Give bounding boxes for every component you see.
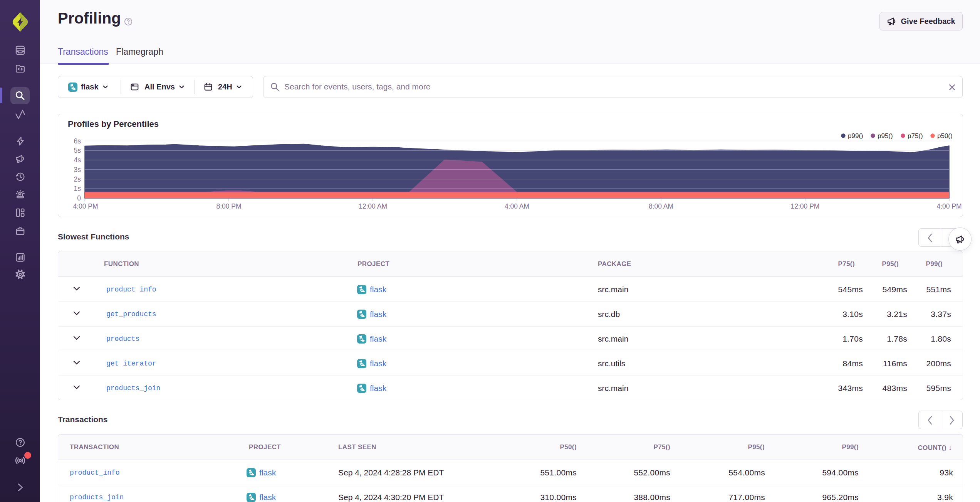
- svg-text:2s: 2s: [74, 175, 81, 183]
- svg-text:3s: 3s: [74, 166, 81, 174]
- svg-text:5s: 5s: [74, 147, 81, 154]
- svg-text:8:00 PM: 8:00 PM: [216, 202, 241, 210]
- svg-text:0: 0: [77, 194, 81, 202]
- svg-text:1s: 1s: [74, 185, 81, 192]
- svg-text:12:00 PM: 12:00 PM: [791, 202, 820, 210]
- svg-text:p99(): p99(): [848, 132, 863, 140]
- svg-text:4s: 4s: [74, 156, 81, 164]
- svg-text:12:00 AM: 12:00 AM: [359, 202, 387, 210]
- svg-text:4:00 PM: 4:00 PM: [73, 202, 98, 210]
- svg-text:6s: 6s: [74, 137, 81, 145]
- svg-text:8:00 AM: 8:00 AM: [649, 202, 673, 210]
- svg-text:p75(): p75(): [908, 132, 923, 140]
- svg-text:p50(): p50(): [937, 132, 953, 140]
- svg-text:4:00 AM: 4:00 AM: [505, 202, 529, 210]
- svg-text:4:00 PM: 4:00 PM: [936, 202, 962, 210]
- svg-text:p95(): p95(): [878, 132, 893, 140]
